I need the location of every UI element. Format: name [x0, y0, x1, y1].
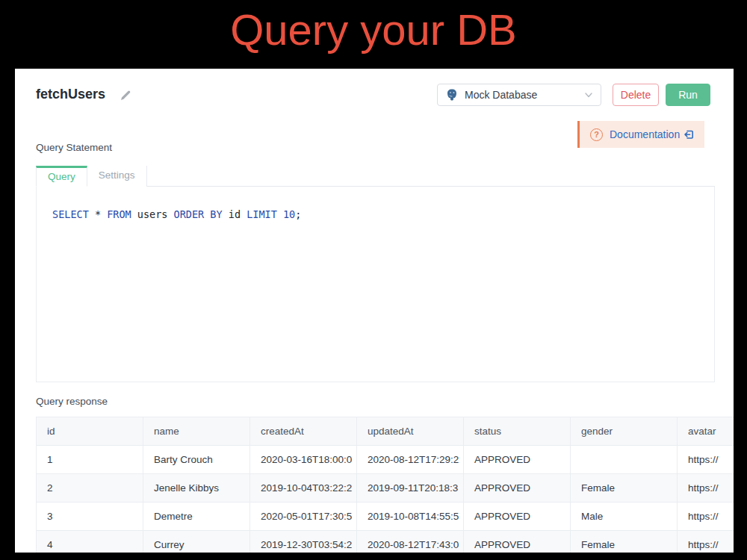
table-cell: 3: [37, 503, 143, 531]
table-cell: Demetre: [143, 503, 250, 531]
table-cell: Female: [571, 474, 678, 503]
table-cell: Currey: [143, 531, 250, 553]
sql-editor[interactable]: SELECT * FROM users ORDER BY id LIMIT 10…: [37, 187, 714, 222]
table-cell: Female: [571, 531, 678, 553]
table-cell: 2019-10-08T14:55:5: [357, 503, 464, 531]
table-cell: https://: [678, 531, 734, 553]
table-cell: 2020-05-01T17:30:5: [250, 503, 357, 531]
resource-select[interactable]: Mock Database: [437, 84, 601, 106]
table-header-row: idnamecreatedAtupdatedAtstatusgenderavat…: [37, 417, 734, 446]
column-header-updatedAt: updatedAt: [357, 417, 464, 446]
tab-query[interactable]: Query: [36, 166, 87, 187]
table-row: 2Jenelle Kibbys2019-10-04T03:22:22019-09…: [37, 474, 734, 503]
table-body: 1Barty Crouch2020-03-16T18:00:02020-08-1…: [37, 446, 734, 553]
delete-button[interactable]: Delete: [613, 84, 659, 106]
table-cell: 1: [37, 446, 143, 474]
sql-token: users: [131, 208, 174, 220]
table-cell: APPROVED: [464, 446, 571, 474]
tab-bar: QuerySettings: [36, 166, 715, 187]
table-cell: 2019-12-30T03:54:2: [250, 531, 357, 553]
table-cell: 2020-08-12T17:29:2: [357, 446, 464, 474]
edit-pencil-icon[interactable]: [120, 90, 131, 102]
sql-editor-box: SELECT * FROM users ORDER BY id LIMIT 10…: [36, 187, 715, 382]
help-question-icon: ?: [590, 128, 603, 141]
table-cell: 2020-08-12T17:43:0: [357, 531, 464, 553]
sql-token: id: [223, 208, 247, 220]
query-response-label: Query response: [36, 396, 108, 407]
column-header-status: status: [464, 417, 571, 446]
sql-token: SELECT: [52, 208, 89, 220]
run-button[interactable]: Run: [666, 84, 710, 106]
resource-select-value: Mock Database: [465, 89, 578, 101]
documentation-banner: ? Documentation: [577, 121, 704, 148]
sql-token: [277, 208, 283, 220]
table-cell: 2: [37, 474, 143, 503]
table-cell: APPROVED: [464, 474, 571, 503]
table-cell: 2019-09-11T20:18:3: [357, 474, 464, 503]
sql-token: ;: [295, 208, 301, 220]
tab-settings[interactable]: Settings: [87, 166, 147, 187]
query-panel: fetchUsers Mock Database Delete Run ? Do…: [15, 69, 734, 553]
table-row: 3Demetre2020-05-01T17:30:52019-10-08T14:…: [37, 503, 734, 531]
query-response-table: idnamecreatedAtupdatedAtstatusgenderavat…: [36, 417, 734, 553]
table-row: 1Barty Crouch2020-03-16T18:00:02020-08-1…: [37, 446, 734, 474]
table-cell: https://: [678, 474, 734, 503]
query-name: fetchUsers: [36, 87, 105, 102]
table-cell: Barty Crouch: [143, 446, 250, 474]
sql-token: FROM: [107, 208, 131, 220]
column-header-name: name: [143, 417, 250, 446]
column-header-gender: gender: [571, 417, 678, 446]
sql-token: LIMIT: [247, 208, 277, 220]
table-cell: Male: [571, 503, 678, 531]
table-cell: Jenelle Kibbys: [143, 474, 250, 503]
table-cell: https://: [678, 446, 734, 474]
sql-token: *: [89, 208, 107, 220]
table-cell: [571, 446, 678, 474]
column-header-id: id: [37, 417, 143, 446]
sql-token: 10: [283, 208, 295, 220]
page-title: Query your DB: [0, 4, 747, 55]
external-doc-icon: [684, 129, 694, 140]
documentation-link[interactable]: Documentation: [610, 128, 694, 140]
table-cell: APPROVED: [464, 531, 571, 553]
query-response-table-wrap: idnamecreatedAtupdatedAtstatusgenderavat…: [36, 417, 734, 553]
postgresql-icon: [445, 88, 459, 102]
query-statement-label: Query Statement: [36, 142, 112, 153]
chevron-down-icon: [584, 90, 593, 99]
column-header-createdAt: createdAt: [250, 417, 357, 446]
documentation-link-label: Documentation: [610, 128, 680, 140]
table-cell: https://: [678, 503, 734, 531]
table-cell: 2019-10-04T03:22:2: [250, 474, 357, 503]
table-row: 4Currey2019-12-30T03:54:22020-08-12T17:4…: [37, 531, 734, 553]
table-cell: 4: [37, 531, 143, 553]
table-cell: APPROVED: [464, 503, 571, 531]
sql-token: ORDER BY: [174, 208, 223, 220]
table-cell: 2020-03-16T18:00:0: [250, 446, 357, 474]
column-header-avatar: avatar: [678, 417, 734, 446]
